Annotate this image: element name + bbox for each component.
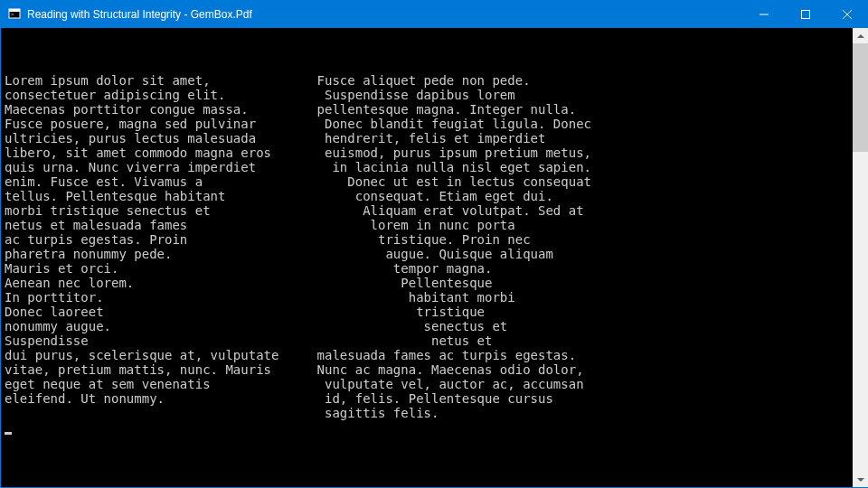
console-line: tellus. Pellentesque habitant consequat.…: [5, 189, 853, 203]
console-output[interactable]: Lorem ipsum dolor sit amet, Fusce alique…: [1, 28, 853, 487]
console-line: quis urna. Nunc viverra imperdiet in lac…: [5, 160, 853, 174]
console-line: sagittis felis.: [5, 406, 853, 420]
console-line: In porttitor. habitant morbi: [5, 290, 853, 305]
console-line: Aenean nec lorem. Pellentesque: [5, 276, 853, 290]
console-line: libero, sit amet commodo magna eros euis…: [5, 145, 853, 160]
console-line: Fusce posuere, magna sed pulvinar Donec …: [5, 117, 853, 131]
console-line: eleifend. Ut nonummy. id, felis. Pellent…: [5, 391, 853, 406]
console-line: netus et malesuada fames lorem in nunc p…: [5, 218, 853, 232]
app-window: >_ Reading with Structural Integrity - G…: [0, 0, 868, 488]
scroll-up-button[interactable]: [853, 28, 868, 43]
console-line: nonummy augue. senectus et: [5, 319, 853, 333]
console-line: pharetra nonummy pede. augue. Quisque al…: [5, 247, 853, 261]
console-line: ac turpis egestas. Proin tristique. Proi…: [5, 232, 853, 247]
svg-rect-4: [802, 10, 810, 18]
chevron-down-icon: [857, 478, 864, 482]
cursor-icon: [5, 432, 12, 435]
client-area: Lorem ipsum dolor sit amet, Fusce alique…: [0, 28, 868, 488]
console-line: dui purus, scelerisque at, vulputate mal…: [5, 348, 853, 362]
app-icon: >_: [7, 7, 22, 22]
minimize-button[interactable]: [743, 0, 785, 28]
chevron-up-icon: [857, 34, 864, 38]
vertical-scrollbar[interactable]: [853, 28, 868, 487]
scroll-track[interactable]: [853, 43, 868, 472]
window-title: Reading with Structural Integrity - GemB…: [27, 8, 252, 21]
console-line: Suspendisse netus et: [5, 333, 853, 348]
scroll-thumb[interactable]: [853, 43, 868, 152]
console-line: enim. Fusce est. Vivamus a Donec ut est …: [5, 174, 853, 189]
close-button[interactable]: [826, 0, 868, 28]
console-line: Mauris et orci. tempor magna.: [5, 261, 853, 276]
svg-text:>_: >_: [11, 11, 18, 18]
svg-rect-3: [760, 14, 769, 14]
console-line: Maecenas porttitor congue massa. pellent…: [5, 102, 853, 117]
titlebar[interactable]: >_ Reading with Structural Integrity - G…: [0, 0, 868, 28]
console-line: vitae, pretium mattis, nunc. Mauris Nunc…: [5, 362, 853, 377]
console-line: morbi tristique senectus et Aliquam erat…: [5, 203, 853, 218]
console-line: consectetuer adipiscing elit. Suspendiss…: [5, 88, 853, 102]
console-cursor-line: [5, 420, 853, 435]
console-line: eget neque at sem venenatis vulputate ve…: [5, 377, 853, 391]
maximize-button[interactable]: [785, 0, 826, 28]
scroll-down-button[interactable]: [853, 472, 868, 487]
console-line: ultricies, purus lectus malesuada hendre…: [5, 131, 853, 145]
console-line: Lorem ipsum dolor sit amet, Fusce alique…: [5, 73, 853, 88]
window-controls: [743, 0, 868, 28]
console-line: Donec laoreet tristique: [5, 305, 853, 319]
